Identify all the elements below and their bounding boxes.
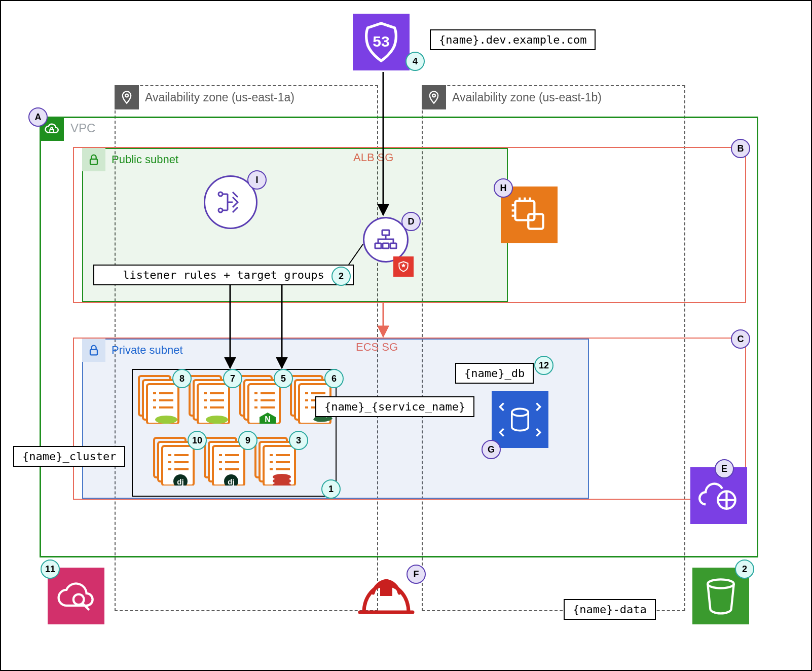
private-subnet-icon [82,339,105,362]
svg-point-2 [432,94,435,97]
task-celery-a-badge: 7 [223,369,242,388]
db-badge: 12 [534,356,553,375]
svg-rect-11 [515,201,534,220]
svg-rect-7 [382,230,389,235]
svg-point-1 [125,94,128,97]
cloudmap-badge: E [715,459,734,478]
db-name-label: {name}_db [455,363,534,384]
svg-point-44 [206,416,228,424]
route53-domain-label: {name}.dev.example.com [430,29,596,50]
svg-rect-4 [90,159,97,165]
rds-icon [492,391,548,448]
task-gunicorn-badge: 6 [324,369,344,388]
ecs-sg-badge: C [731,329,750,349]
svg-text:53: 53 [373,33,389,50]
svg-point-5 [218,192,223,196]
s3-badge: 2 [735,560,754,579]
alb-listener-badge: I [247,170,267,190]
svg-rect-12 [528,214,543,229]
iam-badge: F [407,565,426,584]
vpc-label: VPC [70,121,95,135]
svg-rect-3 [50,129,54,132]
az-b-label: Availability zone (us-east-1b) [422,85,602,109]
svg-point-6 [218,208,223,212]
task-dj-a-badge: 9 [238,431,257,450]
task-celery-b-badge: 8 [172,369,192,388]
private-subnet-label: Private subnet [112,344,183,357]
svg-point-99 [512,408,528,416]
listener-rules-label: listener rules + target groups [93,265,354,285]
compute-badge: H [494,178,513,198]
public-subnet-label: Public subnet [112,153,178,166]
az-pin-icon [422,85,446,109]
task-dj-b-badge: 10 [188,431,207,450]
vpc-badge: A [28,107,48,127]
svg-point-105 [708,579,734,588]
task-nginx-badge: 5 [274,369,293,388]
svg-point-34 [155,416,177,424]
route53-badge: 4 [405,52,425,71]
route53-icon: 53 [353,14,410,70]
waf-icon [393,256,414,277]
listener-rules-badge: 2 [331,267,351,286]
svg-rect-24 [90,350,97,355]
rds-badge: G [482,440,501,459]
cluster-badge: 1 [321,479,341,499]
az-pin-icon [115,85,139,109]
svg-text:dj: dj [177,477,183,486]
architecture-diagram: 53 4 {name}.dev.example.com Availability… [0,0,812,671]
svg-rect-8 [375,243,381,248]
task-redis-badge: 3 [289,431,308,450]
alb-sg-badge: B [731,139,750,158]
cluster-label: {name}_cluster [13,446,125,467]
s3-bucket-label: {name}-data [564,599,656,620]
az-a-label: Availability zone (us-east-1a) [115,85,294,109]
alb-badge: D [401,212,421,231]
cloudwatch-badge: 11 [41,560,60,579]
svg-text:N: N [265,415,271,424]
svg-point-103 [73,594,84,605]
service-name-label: {name}_{service_name} [315,396,474,417]
svg-text:dj: dj [228,477,234,486]
svg-rect-10 [390,243,396,248]
public-subnet-icon [82,148,105,171]
svg-rect-9 [383,243,389,248]
